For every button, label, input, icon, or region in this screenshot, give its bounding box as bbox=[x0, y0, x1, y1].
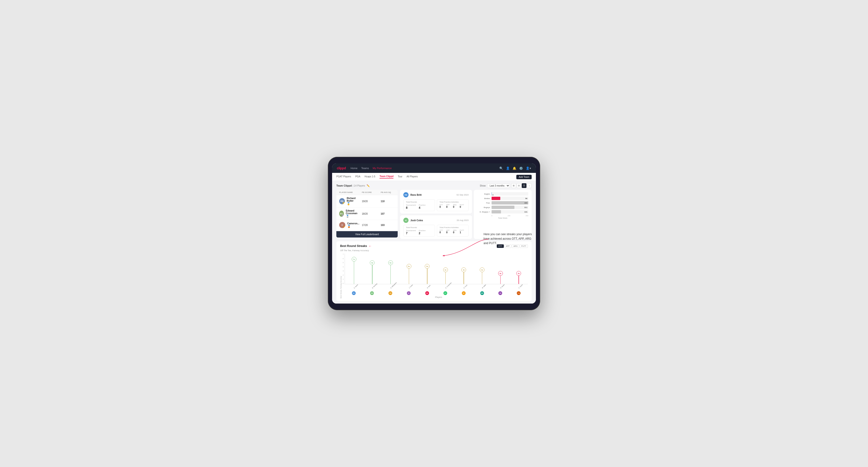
tab-pga[interactable]: PGA bbox=[355, 175, 360, 178]
nav-home[interactable]: Home bbox=[350, 167, 357, 169]
view-grid3-button[interactable]: ⊟ bbox=[517, 183, 521, 188]
show-select[interactable]: Last 3 months bbox=[487, 184, 510, 188]
putt-val-2: 1 bbox=[460, 231, 466, 234]
lollipop-circle-3: 5x bbox=[407, 264, 411, 269]
lollipop-col-4: 5xR. Britt bbox=[418, 253, 436, 284]
nav-my-performance[interactable]: My Performance bbox=[373, 167, 392, 169]
putt-label: PUTT bbox=[460, 204, 466, 206]
stats-avatar-2: JC bbox=[403, 218, 408, 223]
player-medal-3: 🥉 bbox=[347, 225, 360, 228]
bar-row-pars: Pars 499 bbox=[477, 201, 529, 205]
practice-activities-group: Total Practice Activities OTT 0 APP bbox=[437, 199, 468, 211]
arg-label-2: ARG bbox=[453, 229, 459, 231]
lollipop-col-9: 3xC. Quick bbox=[509, 253, 528, 284]
nav-teams[interactable]: Teams bbox=[361, 167, 369, 169]
player-avatar-4: RB bbox=[418, 291, 436, 295]
lollipop-col-2: 6xD. Billingham bbox=[381, 253, 400, 284]
x-axis-label: Players bbox=[349, 296, 528, 299]
bar-fill-bogeys bbox=[492, 206, 515, 209]
view-grid2-button[interactable]: ⊞ bbox=[512, 183, 516, 188]
right-panel: RB Rees Britt 02 Sep 2023 Total Rounds bbox=[400, 190, 532, 239]
stats-player-name-josh: Josh Coles bbox=[410, 219, 423, 222]
bar-label-eagles: Eagles bbox=[477, 193, 490, 195]
bar-track-pars: 499 bbox=[492, 201, 529, 205]
lollipop-col-3: 5xJ. Coles bbox=[400, 253, 418, 284]
user-icon[interactable]: 👤 bbox=[506, 166, 510, 170]
bell-icon[interactable]: 🔔 bbox=[513, 166, 516, 170]
tab-pgat-players[interactable]: PGAT Players bbox=[336, 175, 351, 178]
bar-fill-dbogeys bbox=[492, 210, 501, 214]
lollipop-chart-area: 7xE. Ewert6xB. McHarg6xD. Billingham5xJ.… bbox=[345, 253, 528, 299]
add-team-button[interactable]: Add Team bbox=[516, 175, 532, 179]
nav-bar: clippd Home Teams My Performance 🔍 👤 🔔 ⚙… bbox=[332, 163, 536, 173]
avatar-icon[interactable]: 👤▾ bbox=[526, 166, 531, 170]
lollipop-col-1: 6xB. McHarg bbox=[363, 253, 382, 284]
bar-fill-birdies bbox=[492, 197, 500, 200]
stats-avatar-1: RB bbox=[403, 192, 408, 197]
lollipop-circle-4: 5x bbox=[425, 264, 430, 269]
putt-label-2: PUTT bbox=[460, 229, 466, 231]
rank-badge-1: 1 bbox=[342, 202, 345, 204]
team-header: Team Clippd | 14 Players ✏️ Show Last 3 … bbox=[336, 183, 532, 188]
lollipop-bars: 7xE. Ewert6xB. McHarg6xD. Billingham5xJ.… bbox=[345, 253, 528, 284]
bar-val-eagles: 3 bbox=[493, 194, 493, 196]
bar-row-eagles: Eagles 3 bbox=[477, 192, 529, 195]
bar-label-birdies: Birdies bbox=[477, 197, 490, 199]
bar-fill-pars bbox=[492, 201, 529, 205]
search-icon[interactable]: 🔍 bbox=[499, 166, 503, 170]
lollipop-chart-wrapper: Best Streak, Fairway Accuracy 7 6 5 4 3 … bbox=[340, 253, 528, 299]
stats-date-2: 26 Aug 2023 bbox=[457, 219, 469, 221]
logo: clippd bbox=[337, 166, 346, 170]
y-tick-5: 5 bbox=[343, 262, 344, 263]
view-table-button[interactable]: ↕ bbox=[527, 183, 532, 188]
lollipop-circle-2: 6x bbox=[388, 260, 393, 265]
tab-hcaps[interactable]: Hcaps 1-5 bbox=[365, 175, 375, 178]
player-info-3: C 3 Cameron... 🥉 bbox=[339, 222, 362, 228]
view-list-button[interactable]: ☰ bbox=[522, 183, 526, 188]
ott-label-2: OTT bbox=[439, 229, 446, 231]
lb-avg-1: 110 bbox=[381, 200, 395, 203]
player-name-2: Edward Crossman bbox=[346, 210, 362, 215]
player-avatar-5: EC bbox=[436, 291, 455, 295]
lollipop-stick-0 bbox=[354, 259, 354, 284]
show-label: Show bbox=[480, 184, 486, 187]
player-avatar-1: BM bbox=[363, 291, 381, 295]
bar-fill-eagles bbox=[492, 192, 492, 195]
arg-val: 0 bbox=[453, 206, 459, 208]
lollipop-circle-0: 7x bbox=[352, 257, 356, 261]
annotation: Here you can see streaks your players ha… bbox=[484, 232, 535, 246]
annotation-text: Here you can see streaks your players ha… bbox=[484, 232, 535, 246]
practice-val: 4 bbox=[418, 206, 426, 210]
arg-val-2: 0 bbox=[453, 231, 459, 234]
player-info-2: EC 2 Edward Crossman 🥈 bbox=[339, 210, 362, 218]
putt-val: 0 bbox=[460, 206, 466, 208]
edit-icon[interactable]: ✏️ bbox=[367, 184, 370, 187]
stats-date-1: 02 Sep 2023 bbox=[456, 194, 468, 196]
bar-val-pars: 499 bbox=[524, 202, 527, 204]
y-axis-label: Best Streak, Fairway Accuracy bbox=[340, 253, 342, 299]
lb-avg-2: 107 bbox=[381, 213, 395, 215]
settings-icon[interactable]: ⚙️ bbox=[519, 166, 523, 170]
tab-all-players[interactable]: All Players bbox=[407, 175, 418, 178]
tab-team-clippd[interactable]: Team Clippd bbox=[379, 175, 394, 179]
lb-col-player: PLAYER NAME bbox=[339, 191, 362, 193]
lollipop-circle-9: 3x bbox=[516, 271, 521, 276]
lollipop-circle-8: 3x bbox=[498, 271, 503, 276]
view-full-leaderboard-button[interactable]: View Full Leaderboard bbox=[336, 231, 398, 238]
player-name-3: Cameron... bbox=[347, 222, 360, 225]
view-icons: ⊞ ⊟ ☰ ↕ bbox=[512, 183, 532, 188]
axis-200: 200 bbox=[507, 215, 510, 217]
player-avatar-3: JC bbox=[400, 291, 418, 295]
stat-sub-grid: OTT 0 APP 0 bbox=[439, 204, 466, 208]
stats-grid-1: Total Rounds Tournament 8 Practice bbox=[403, 199, 469, 211]
bar-val-bogeys: 311 bbox=[524, 206, 527, 209]
ott-val-2: 0 bbox=[439, 231, 446, 234]
player-avatars-row: EEBMDBJCRBECDFMMRBCQ bbox=[345, 285, 528, 295]
lb-score-3: 17/20 bbox=[362, 224, 381, 226]
lollipop-col-8: 3xR. Butler bbox=[491, 253, 510, 284]
lollipop-circle-7: 4x bbox=[480, 268, 485, 272]
lollipop-stick-2 bbox=[390, 263, 391, 284]
show-controls: Show Last 3 months ⊞ ⊟ ☰ ↕ bbox=[480, 183, 532, 188]
tournament-label: Tournament bbox=[406, 204, 416, 206]
tab-tour[interactable]: Tour bbox=[398, 175, 402, 178]
